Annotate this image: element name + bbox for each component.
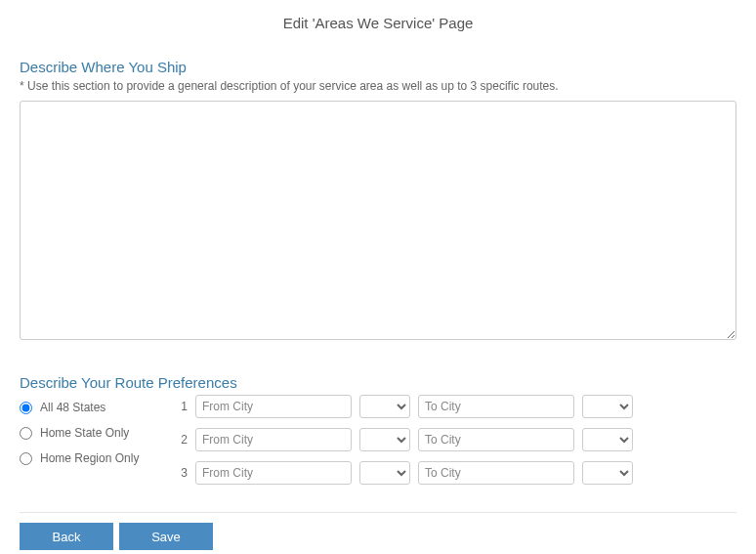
service-area-description-textarea[interactable] [20,101,736,340]
to-state-select-3[interactable] [582,461,633,485]
radio-home-state-only[interactable]: Home State Only [20,426,147,440]
radio-all-48-states[interactable]: All 48 States [20,401,147,414]
to-city-input-2[interactable] [418,428,574,451]
from-city-input-1[interactable] [195,395,352,418]
coverage-radio-group: All 48 States Home State Only Home Regio… [20,395,147,465]
button-row: Back Save [20,523,736,550]
route-row: 3 [176,461,633,485]
to-state-select-1[interactable] [582,395,633,418]
ship-section-hint: * Use this section to provide a general … [20,79,736,93]
to-city-input-3[interactable] [418,461,574,485]
to-state-select-2[interactable] [582,428,633,451]
route-number: 1 [176,400,188,413]
radio-home-region-only-input[interactable] [20,452,32,465]
route-number: 2 [176,433,188,447]
ship-section-title: Describe Where You Ship [20,59,736,75]
radio-all-48-states-input[interactable] [20,402,32,414]
radio-label: All 48 States [40,401,105,414]
to-city-input-1[interactable] [418,395,574,418]
radio-label: Home Region Only [40,451,139,465]
from-state-select-1[interactable] [359,395,410,418]
back-button[interactable]: Back [20,523,113,550]
from-state-select-3[interactable] [359,461,410,485]
route-prefs-title: Describe Your Route Preferences [20,374,736,391]
from-city-input-3[interactable] [195,461,352,485]
from-city-input-2[interactable] [195,428,352,451]
radio-label: Home State Only [40,426,129,440]
route-row: 2 [176,428,633,451]
route-number: 3 [176,466,188,480]
radio-home-state-only-input[interactable] [20,427,32,440]
route-prefs-container: All 48 States Home State Only Home Regio… [20,395,736,485]
footer-divider [20,512,736,513]
save-button[interactable]: Save [119,523,213,550]
from-state-select-2[interactable] [359,428,410,451]
radio-home-region-only[interactable]: Home Region Only [20,451,147,465]
routes-table: 1 2 3 [176,395,633,485]
page-title: Edit 'Areas We Service' Page [20,15,736,31]
route-row: 1 [176,395,633,418]
